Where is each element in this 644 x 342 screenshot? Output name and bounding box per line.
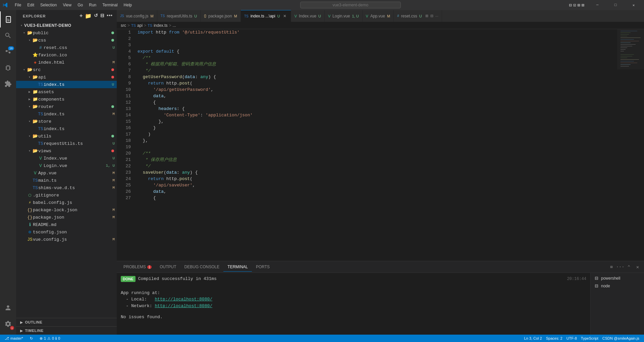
refresh-icon[interactable]: ↺ [94,13,98,19]
tab-badge: M [150,14,153,18]
activity-explorer[interactable] [0,11,16,27]
tab-vue-config[interactable]: JS vue.config.js M [117,10,157,22]
status-errors[interactable]: ⊗ 1 ⚠ 0 ℹ 0 [38,335,62,342]
tree-store[interactable]: ▾ 📂 store [16,118,117,125]
tree-favicon[interactable]: ⭐ favicon.ico [16,51,117,59]
panel-more-btn[interactable]: ··· [616,263,624,271]
tree-vue-config[interactable]: JS vue.config.js M [16,236,117,243]
outline-section[interactable]: ▶ OUTLINE [16,318,117,326]
sidebar-header: EXPLORER + 📁 ↺ ⊟ ••• [16,10,117,22]
tab-package-json[interactable]: {} package.json M [201,10,241,22]
timeline-header[interactable]: ▶ TIMELINE [16,327,117,335]
sidebar-title: EXPLORER [23,14,46,18]
menu-terminal[interactable]: Terminal [100,2,120,8]
panel-tab-output[interactable]: OUTPUT [156,263,180,271]
tree-utils[interactable]: ▾ 📂 utils [16,132,117,140]
tab-badge: M [234,14,237,18]
menu-view[interactable]: View [60,2,74,8]
tree-src[interactable]: ▾ 📂 src [16,66,117,73]
tree-router-index[interactable]: TS index.ts M [16,110,117,118]
network-link[interactable]: http://localhost:8080/ [155,303,212,308]
activity-extensions[interactable] [0,76,16,92]
status-line-ending[interactable]: TypeScript [579,335,600,342]
tree-main-ts[interactable]: TS main.ts M [16,177,117,184]
main-layout: 16 1 EXPLORER + 📁 ↺ ⊟ ••• [0,10,644,335]
terminal-node[interactable]: ⊟ node [591,282,644,290]
panel-close-btn[interactable]: ✕ [634,263,641,271]
new-folder-icon[interactable]: 📁 [85,13,92,19]
status-spaces[interactable]: Spaces: 2 [544,335,565,342]
more-icon[interactable]: ••• [107,13,113,19]
tree-utils-request[interactable]: TS requestUtils.ts U [16,140,117,147]
menu-file[interactable]: File [12,2,24,8]
search-input[interactable] [300,2,401,8]
status-lang[interactable]: CSDN @smileAgain.js [600,335,641,342]
code-editor[interactable]: 1234567891011121314151617181920212223242… [117,29,617,261]
outline-header[interactable]: ▶ OUTLINE [16,318,117,326]
menu-go[interactable]: Go [75,2,86,8]
status-branch[interactable]: ⎇ master* [3,335,25,342]
tab-login-vue[interactable]: V Login.vue 1, U [325,10,363,22]
status-sync[interactable]: ↻ [28,335,35,342]
tab-index-ts[interactable]: TS index.ts ...\api U ✕ [241,10,291,22]
activity-settings[interactable]: 1 [0,316,16,332]
tree-shims[interactable]: TS shims-vue.d.ts M [16,184,117,191]
tree-router[interactable]: ▾ 📂 router [16,103,117,110]
status-encoding[interactable]: UTF-8 [565,335,579,342]
new-file-icon[interactable]: + [79,13,83,19]
terminal-content: DONE Compiled successfully in 431ms 20:1… [117,273,590,335]
close-button[interactable]: ✕ [626,0,641,10]
menu-help[interactable]: Help [121,2,135,8]
tab-close-button[interactable]: ✕ [282,13,287,19]
tree-public[interactable]: ▾ 📂 public [16,29,117,37]
menu-edit[interactable]: Edit [24,2,37,8]
tree-components[interactable]: ▶ 📁 components [16,96,117,103]
tree-index-vue[interactable]: V Index.vue U [16,155,117,162]
tree-api-index[interactable]: TS index.ts U [16,81,117,88]
tree-tsconfig[interactable]: ⚙ tsconfig.json [16,228,117,236]
tree-project-root[interactable]: ▾ VUE3-ELEMENT-DEMO [16,22,117,29]
tree-pkg-lock[interactable]: {} package-lock.json M [16,206,117,214]
tree-css-folder[interactable]: ▾ 📂 css [16,37,117,44]
activity-scm[interactable]: 16 [0,44,16,60]
panel-tab-problems[interactable]: PROBLEMS1 [119,263,156,271]
tree-api[interactable]: ▾ 📂 api [16,73,117,81]
status-cursor[interactable]: Ln 3, Col 2 [522,335,544,342]
tree-login-vue[interactable]: V Login.vue 1, U [16,162,117,169]
tree-gitignore[interactable]: ⬡ .gitignore [16,191,117,199]
panel-tab-debug[interactable]: DEBUG CONSOLE [180,263,224,271]
code-content[interactable]: import http from '@/utils/requestUtils' … [133,29,617,261]
terminal-powershell[interactable]: ⊟ powershell [591,274,644,282]
activity-search[interactable] [0,27,16,44]
collapse-icon[interactable]: ⊟ [100,13,105,19]
activity-avatar[interactable] [0,300,16,316]
tree-babel[interactable]: ⚡ babel.config.js [16,199,117,206]
tab-index-vue[interactable]: V Index.vue U [291,10,325,22]
local-link[interactable]: http://localhost:8080/ [155,297,212,302]
tree-views[interactable]: ▾ 📂 views [16,147,117,155]
tree-pkg-json[interactable]: {} package.json M [16,214,117,221]
breadcrumb-ts-icon2: TS [148,23,152,27]
tab-reset-css[interactable]: # reset.css U ⊞ ⊟ ··· [394,10,442,22]
panel-maximize-btn[interactable]: ⌃ [625,263,633,271]
breadcrumb-src: src [121,23,126,28]
tree-readme[interactable]: ℹ README.md [16,221,117,228]
split-terminal-btn[interactable]: ⊞ [608,263,615,271]
panel-tab-ports[interactable]: PORTS [252,263,274,271]
panel-tab-terminal[interactable]: TERMINAL [223,263,252,272]
menu-run[interactable]: Run [86,2,99,8]
timeline-section[interactable]: ▶ TIMELINE [16,326,117,335]
tree-store-index[interactable]: TS index.ts [16,125,117,132]
tree-reset-css[interactable]: # reset.css U [16,44,117,51]
tree-assets[interactable]: ▶ 📁 assets [16,88,117,96]
menu-selection[interactable]: Selection [38,2,59,8]
maximize-button[interactable]: □ [608,0,623,10]
minimize-button[interactable]: ─ [590,0,605,10]
tree-index-html[interactable]: ◈ index.html M [16,59,117,66]
tree-app-vue[interactable]: V App.vue M [16,169,117,177]
tab-app-vue[interactable]: V App.vue M [363,10,394,22]
tab-request-utils[interactable]: TS requestUtils.ts U [157,10,201,22]
layout-buttons[interactable]: ⊟ ⊡ ⊞ ⊠ [566,0,587,10]
activity-debug[interactable] [0,60,16,76]
code-line: */ [138,67,617,74]
